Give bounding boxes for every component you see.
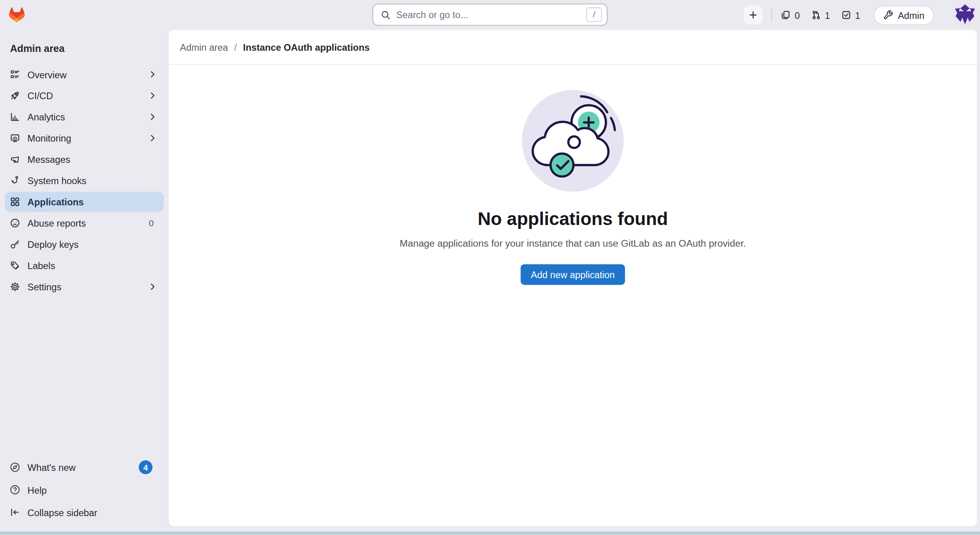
window-bottom-edge bbox=[0, 531, 980, 535]
collapse-sidebar-icon bbox=[10, 507, 20, 517]
merge-requests-counter[interactable]: 1 bbox=[811, 10, 830, 20]
chevron-right-icon bbox=[148, 90, 157, 100]
user-avatar[interactable] bbox=[952, 2, 978, 28]
todos-count: 1 bbox=[855, 10, 860, 20]
empty-state-title: No applications found bbox=[478, 208, 668, 229]
sidebar-item-label: What's new bbox=[28, 462, 139, 472]
breadcrumb: Admin area / Instance OAuth applications bbox=[169, 30, 977, 65]
issues-count: 0 bbox=[795, 10, 800, 20]
topbar-divider bbox=[771, 8, 772, 22]
sidebar-item-messages[interactable]: Messages bbox=[5, 149, 164, 170]
plus-icon bbox=[749, 10, 758, 20]
megaphone-icon bbox=[10, 154, 20, 164]
sidebar-item-label: CI/CD bbox=[28, 90, 148, 101]
breadcrumb-separator: / bbox=[234, 42, 237, 52]
overview-icon bbox=[10, 69, 20, 79]
sidebar-title: Admin area bbox=[10, 42, 168, 55]
sidebar-item-label: Applications bbox=[28, 196, 159, 207]
breadcrumb-link-admin-area[interactable]: Admin area bbox=[180, 42, 228, 52]
sidebar-item-collapse-sidebar[interactable]: Collapse sidebar bbox=[5, 502, 164, 522]
empty-state: No applications found Manage application… bbox=[169, 65, 977, 285]
sidebar-item-label: Messages bbox=[28, 154, 159, 164]
sidebar-item-help[interactable]: Help bbox=[5, 480, 164, 500]
admin-sidebar: Admin area OverviewCI/CDAnalyticsMonitor… bbox=[0, 30, 169, 531]
admin-mode-button[interactable]: Admin bbox=[874, 5, 934, 24]
sidebar-item-label: Monitoring bbox=[28, 133, 148, 143]
wrench-icon bbox=[884, 10, 893, 20]
compass-icon bbox=[10, 462, 20, 472]
sidebar-item-label: Overview bbox=[28, 69, 148, 79]
search-shortcut-key: / bbox=[586, 7, 602, 22]
chevron-right-icon bbox=[148, 282, 157, 291]
sidebar-item-count: 0 bbox=[149, 218, 153, 228]
admin-button-label: Admin bbox=[898, 10, 925, 20]
gitlab-logo[interactable] bbox=[8, 6, 26, 24]
sidebar-item-abuse-reports[interactable]: Abuse reports0 bbox=[5, 213, 164, 233]
sidebar-item-labels[interactable]: Labels bbox=[5, 255, 164, 275]
search-placeholder: Search or go to... bbox=[396, 9, 586, 20]
chevron-right-icon bbox=[148, 112, 157, 122]
topbar-actions: 011 Admin bbox=[744, 0, 977, 30]
sidebar-item-label: System hooks bbox=[28, 175, 159, 186]
sidebar-item-label: Analytics bbox=[28, 111, 148, 122]
status-counters: 011 bbox=[781, 10, 871, 20]
todo-icon bbox=[841, 10, 851, 20]
hook-icon bbox=[10, 175, 20, 185]
content-panel: Admin area / Instance OAuth applications bbox=[169, 30, 977, 526]
merge-request-icon bbox=[811, 10, 821, 20]
chart-icon bbox=[10, 112, 20, 122]
sidebar-item-analytics[interactable]: Analytics bbox=[5, 107, 164, 127]
gear-icon bbox=[10, 282, 20, 291]
frown-icon bbox=[10, 218, 20, 228]
sidebar-footer: What's new4HelpCollapse sidebar bbox=[0, 457, 169, 522]
sidebar-item-label: Help bbox=[28, 485, 159, 495]
sidebar-item-label: Deploy keys bbox=[28, 239, 159, 249]
monitor-icon bbox=[10, 133, 20, 143]
grid-icon bbox=[10, 197, 20, 207]
create-new-button[interactable] bbox=[744, 6, 763, 24]
topbar: Search or go to... / 011 Admin bbox=[0, 0, 980, 30]
whats-new-badge: 4 bbox=[139, 460, 153, 474]
sidebar-nav: OverviewCI/CDAnalyticsMonitoringMessages… bbox=[0, 65, 169, 297]
empty-state-illustration bbox=[522, 90, 624, 192]
sidebar-item-applications[interactable]: Applications bbox=[5, 192, 164, 212]
sidebar-item-ci-cd[interactable]: CI/CD bbox=[5, 86, 164, 106]
gitlab-admin-window: Search or go to... / 011 Admin bbox=[0, 0, 980, 535]
sidebar-item-settings[interactable]: Settings bbox=[5, 277, 164, 297]
sidebar-item-what-s-new[interactable]: What's new4 bbox=[5, 457, 164, 477]
issues-icon bbox=[781, 10, 791, 20]
sidebar-item-label: Labels bbox=[28, 260, 159, 271]
search-icon bbox=[381, 10, 390, 20]
sidebar-item-monitoring[interactable]: Monitoring bbox=[5, 128, 164, 148]
labels-icon bbox=[10, 260, 20, 270]
add-new-application-button[interactable]: Add new application bbox=[521, 264, 625, 285]
key-icon bbox=[10, 239, 20, 249]
issues-counter[interactable]: 0 bbox=[781, 10, 800, 20]
empty-state-description: Manage applications for your instance th… bbox=[400, 238, 746, 249]
question-icon bbox=[10, 485, 20, 494]
sidebar-item-label: Collapse sidebar bbox=[28, 507, 159, 518]
chevron-right-icon bbox=[148, 69, 157, 79]
sidebar-item-label: Settings bbox=[28, 281, 148, 292]
sidebar-item-system-hooks[interactable]: System hooks bbox=[5, 171, 164, 191]
breadcrumb-current: Instance OAuth applications bbox=[243, 42, 370, 52]
rocket-icon bbox=[10, 90, 20, 100]
sidebar-item-deploy-keys[interactable]: Deploy keys bbox=[5, 234, 164, 255]
chevron-right-icon bbox=[148, 133, 157, 143]
merge-requests-count: 1 bbox=[825, 10, 830, 20]
sidebar-item-label: Abuse reports bbox=[28, 218, 149, 228]
sidebar-item-overview[interactable]: Overview bbox=[5, 65, 164, 85]
search-input[interactable]: Search or go to... / bbox=[372, 4, 607, 26]
todos-counter[interactable]: 1 bbox=[841, 10, 860, 20]
